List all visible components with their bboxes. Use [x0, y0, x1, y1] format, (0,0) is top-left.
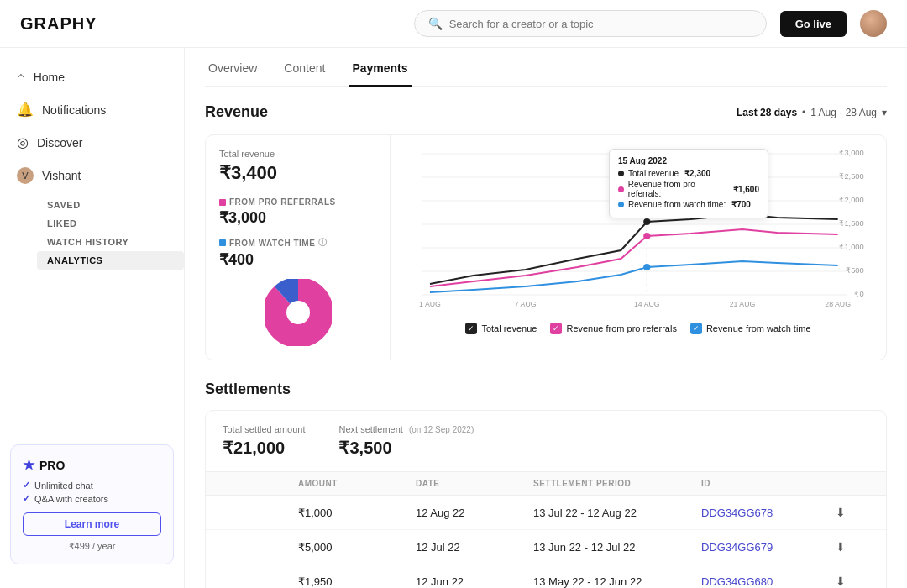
- tooltip-dot-pro: [618, 186, 624, 192]
- sidebar-item-notifications[interactable]: 🔔 Notifications: [0, 93, 184, 126]
- cell-date-3: 12 Jun 22: [416, 575, 533, 588]
- settlements-title: Settlements: [205, 381, 887, 398]
- revenue-card: Total revenue ₹3,400 FROM PRO REFERRALS …: [205, 134, 887, 360]
- sidebar-item-vishant-label: Vishant: [42, 169, 81, 182]
- tooltip-row-watch: Revenue from watch time: ₹700: [618, 200, 759, 209]
- svg-point-22: [643, 218, 650, 225]
- pro-features-list: Unlimited chat Q&A with creators: [23, 480, 161, 504]
- tooltip-dot-total: [618, 171, 624, 176]
- info-icon: ⓘ: [318, 237, 328, 249]
- date-range-label: Last 28 days: [737, 107, 797, 118]
- table-row: ₹1,950 12 Jun 22 13 May 22 - 12 Jun 22 D…: [206, 564, 886, 588]
- star-icon: ★: [23, 457, 34, 473]
- legend-check-total: ✓: [465, 323, 477, 334]
- sidebar-item-home[interactable]: ⌂ Home: [0, 61, 184, 93]
- table-header: AMOUNT DATE SETTLEMENT PERIOD ID: [206, 472, 886, 496]
- sidebar-item-discover-label: Discover: [37, 136, 82, 150]
- svg-text:₹0: ₹0: [854, 290, 863, 298]
- sidebar-item-home-label: Home: [34, 71, 65, 84]
- revenue-breakdown: FROM PRO REFERRALS ₹3,000 FROM WATCH TIM…: [219, 197, 376, 269]
- legend-total-label: Total revenue: [481, 323, 537, 333]
- cell-period-2: 13 Jun 22 - 12 Jul 22: [533, 541, 701, 554]
- tab-overview[interactable]: Overview: [205, 51, 260, 87]
- download-button-2[interactable]: ⬇: [836, 540, 869, 554]
- revenue-section-header: Revenue Last 28 days • 1 Aug - 28 Aug ▾: [205, 103, 887, 121]
- sidebar-sub-saved[interactable]: SAVED: [37, 196, 184, 214]
- legend-pro-referrals[interactable]: ✓ Revenue from pro referrals: [550, 323, 676, 334]
- pro-referrals-amount: ₹3,000: [219, 208, 376, 227]
- search-input[interactable]: [449, 18, 752, 30]
- app-container: GRAPHY 🔍 Go live ⌂ Home 🔔 Notifications …: [0, 0, 907, 588]
- cell-amount-3: ₹1,950: [298, 575, 416, 588]
- sidebar-item-discover[interactable]: ◎ Discover: [0, 126, 184, 159]
- sidebar-item-notifications-label: Notifications: [42, 103, 106, 117]
- tooltip-row-pro: Revenue from pro referrals: ₹1,600: [618, 180, 759, 198]
- col-amount: AMOUNT: [298, 479, 416, 488]
- download-button-1[interactable]: ⬇: [836, 506, 869, 519]
- svg-text:14 AUG: 14 AUG: [634, 300, 660, 308]
- sidebar-item-vishant[interactable]: V Vishant: [0, 159, 184, 192]
- body: ⌂ Home 🔔 Notifications ◎ Discover V Vish…: [0, 48, 907, 588]
- cell-period-1: 13 Jul 22 - 12 Aug 22: [533, 507, 701, 519]
- watch-time-amount: ₹400: [219, 250, 376, 269]
- revenue-right-panel: ₹3,000 ₹2,500 ₹2,000 ₹1,500 ₹1,000 ₹500 …: [391, 135, 886, 360]
- tab-payments[interactable]: Payments: [349, 51, 411, 87]
- legend-pro-label: Revenue from pro referrals: [566, 323, 676, 333]
- settlements-table: Total settled amount ₹21,000 Next settle…: [205, 410, 887, 588]
- pro-price: ₹499 / year: [23, 541, 161, 552]
- download-button-3[interactable]: ⬇: [836, 575, 869, 588]
- col-empty: [223, 479, 298, 488]
- revenue-title: Revenue: [205, 103, 268, 121]
- watch-time-row: FROM WATCH TIME ⓘ ₹400: [219, 237, 376, 269]
- table-row: ₹5,000 12 Jul 22 13 Jun 22 - 12 Jul 22 D…: [206, 530, 886, 564]
- legend-check-watch: ✓: [690, 323, 702, 334]
- sidebar-sub-watch-history[interactable]: WATCH HISTORY: [37, 233, 184, 251]
- svg-point-24: [643, 264, 650, 270]
- chevron-down-icon: ▾: [882, 107, 887, 118]
- cell-date-1: 12 Aug 22: [416, 507, 533, 519]
- svg-text:₹2,500: ₹2,500: [839, 172, 863, 181]
- total-settled-block: Total settled amount ₹21,000: [223, 424, 305, 458]
- settlements-section: Settlements Total settled amount ₹21,000…: [205, 381, 887, 588]
- sidebar: ⌂ Home 🔔 Notifications ◎ Discover V Vish…: [0, 48, 185, 588]
- cell-id-1: DDG34GG678: [701, 507, 836, 519]
- cell-amount-1: ₹1,000: [298, 507, 416, 519]
- col-id: ID: [701, 479, 836, 488]
- learn-more-button[interactable]: Learn more: [23, 512, 161, 536]
- pro-badge: ★ PRO: [23, 457, 161, 473]
- cell-id-3: DDG34GG680: [701, 575, 836, 588]
- date-range-value: 1 Aug - 28 Aug: [810, 107, 877, 118]
- go-live-button[interactable]: Go live: [780, 11, 847, 37]
- tab-content[interactable]: Content: [280, 51, 328, 87]
- search-icon: 🔍: [428, 17, 443, 30]
- tooltip-dot-watch: [618, 202, 624, 207]
- cell-period-3: 13 May 22 - 12 Jun 22: [533, 575, 701, 588]
- cell-date-2: 12 Jul 22: [416, 541, 533, 554]
- cell-id-2: DDG34GG679: [701, 541, 836, 554]
- tooltip-date: 15 Aug 2022: [618, 156, 759, 165]
- date-range-separator: •: [802, 107, 805, 118]
- date-range-selector[interactable]: Last 28 days • 1 Aug - 28 Aug ▾: [737, 107, 887, 118]
- settlements-info: Total settled amount ₹21,000 Next settle…: [206, 411, 886, 472]
- total-settled-amount: ₹21,000: [223, 438, 305, 458]
- total-settled-label: Total settled amount: [223, 424, 305, 434]
- avatar: [860, 10, 887, 37]
- svg-text:₹1,500: ₹1,500: [839, 219, 863, 228]
- legend-total[interactable]: ✓ Total revenue: [465, 323, 537, 334]
- svg-text:₹500: ₹500: [846, 266, 864, 275]
- logo: GRAPHY: [20, 14, 97, 34]
- pro-feature-qa: Q&A with creators: [23, 493, 161, 504]
- pro-referrals-label: FROM PRO REFERRALS: [219, 197, 376, 207]
- pro-badge-label: PRO: [39, 459, 65, 472]
- sidebar-sub-analytics[interactable]: ANALYTICS: [37, 251, 184, 270]
- next-settlement-amount: ₹3,500: [338, 438, 474, 458]
- legend-watch-time[interactable]: ✓ Revenue from watch time: [690, 323, 811, 334]
- home-icon: ⌂: [17, 70, 25, 85]
- svg-text:7 AUG: 7 AUG: [515, 300, 537, 308]
- sidebar-sub-liked[interactable]: LIKED: [37, 214, 184, 233]
- tabs: Overview Content Payments: [205, 48, 887, 87]
- next-settlement-note: (on 12 Sep 2022): [409, 425, 474, 434]
- chart-tooltip: 15 Aug 2022 Total revenue ₹2,300 Revenue…: [609, 149, 768, 218]
- chart-legend: ✓ Total revenue ✓ Revenue from pro refer…: [404, 323, 873, 334]
- watch-time-label: FROM WATCH TIME ⓘ: [219, 237, 376, 249]
